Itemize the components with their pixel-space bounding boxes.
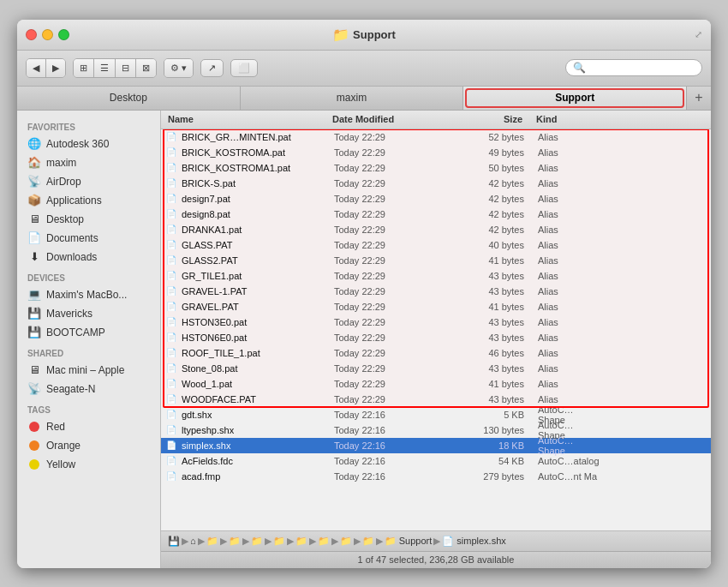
table-row[interactable]: 📄GR_TILE1.patToday 22:2943 bytesAlias — [161, 268, 711, 284]
table-row[interactable]: 📄WOODFACE.PATToday 22:2943 bytesAlias — [161, 392, 711, 407]
search-input[interactable] — [586, 62, 706, 74]
file-icon: 📄 — [164, 130, 178, 144]
sidebar-item-tag-orange[interactable]: Orange — [17, 436, 160, 455]
tab-maxim[interactable]: maxim — [241, 87, 464, 110]
search-box[interactable]: 🔍 — [565, 59, 702, 76]
sidebar-item-mac-mini[interactable]: 🖥 Mac mini – Apple — [17, 361, 160, 380]
sidebar-item-bootcamp[interactable]: 💾 BOOTCAMP — [17, 323, 160, 342]
file-date: Today 22:29 — [334, 255, 454, 266]
table-row[interactable]: 📄HSTON6E0.patToday 22:2943 bytesAlias — [161, 330, 711, 345]
file-kind: Alias — [531, 302, 600, 312]
sidebar-item-macbook[interactable]: 💻 Maxim's MacBo... — [17, 285, 160, 304]
table-row[interactable]: 📄ltypeshp.shxToday 22:16130 bytesAutoC…S… — [161, 422, 711, 438]
table-row[interactable]: 📄HSTON3E0.patToday 22:2943 bytesAlias — [161, 314, 711, 330]
file-date: Today 22:16 — [334, 456, 454, 466]
table-row[interactable]: 📄Stone_08.patToday 22:2943 bytesAlias — [161, 361, 711, 376]
table-row[interactable]: 📄simplex.shxToday 22:1618 KBAutoC…Shape — [161, 438, 711, 453]
home-icon: 🏠 — [27, 156, 41, 170]
icon-view-button[interactable]: ⊞ — [74, 59, 94, 77]
documents-icon: 📄 — [27, 231, 41, 245]
traffic-lights — [26, 29, 69, 40]
file-kind: Alias — [531, 194, 600, 204]
resize-icon[interactable]: ⤢ — [695, 29, 702, 40]
path-tabs: Desktop maxim Support + — [17, 87, 711, 111]
table-row[interactable]: 📄GLASS.PATToday 22:2940 bytesAlias — [161, 237, 711, 253]
table-row[interactable]: 📄design7.patToday 22:2942 bytesAlias — [161, 191, 711, 207]
sidebar-label: Red — [46, 421, 65, 433]
path-item-hdd: 💾 — [168, 536, 180, 547]
sidebar-item-tag-red[interactable]: Red — [17, 417, 160, 436]
file-kind: Alias — [531, 332, 600, 343]
file-size: 43 bytes — [454, 332, 531, 343]
table-row[interactable]: 📄gdt.shxToday 22:165 KBAutoC…Shape — [161, 407, 711, 422]
table-row[interactable]: 📄AcFields.fdcToday 22:1654 KBAutoC…atalo… — [161, 453, 711, 469]
tab-support[interactable]: Support — [463, 87, 687, 110]
sidebar-label: Mavericks — [46, 308, 92, 320]
sidebar-label: Maxim's MacBo... — [46, 289, 127, 301]
file-name: gdt.shx — [182, 410, 334, 420]
sidebar-item-applications[interactable]: 📦 Applications — [17, 191, 160, 210]
table-row[interactable]: 📄GRAVEL-1.PATToday 22:2943 bytesAlias — [161, 284, 711, 299]
sidebar-item-desktop[interactable]: 🖥 Desktop — [17, 210, 160, 229]
sidebar-item-maxim[interactable]: 🏠 maxim — [17, 153, 160, 172]
file-icon: 📄 — [164, 439, 178, 452]
shared-section-title: SHARED — [17, 342, 160, 361]
arrange-button[interactable]: ⚙ ▾ — [164, 59, 193, 77]
file-icon: 📄 — [164, 362, 178, 375]
sidebar-item-tag-yellow[interactable]: Yellow — [17, 455, 160, 474]
col-header-kind[interactable]: Kind — [529, 114, 598, 124]
table-row[interactable]: 📄design8.patToday 22:2942 bytesAlias — [161, 207, 711, 222]
column-view-button[interactable]: ⊟ — [116, 59, 136, 77]
sidebar-item-mavericks[interactable]: 💾 Mavericks — [17, 304, 160, 323]
table-row[interactable]: 📄DRANKA1.patToday 22:2942 bytesAlias — [161, 222, 711, 237]
file-list-wrapper: 📄BRICK_GR…MINTEN.patToday 22:2952 bytesA… — [161, 129, 711, 530]
table-row[interactable]: 📄GLASS2.PATToday 22:2941 bytesAlias — [161, 253, 711, 268]
tab-desktop[interactable]: Desktop — [17, 87, 241, 110]
file-kind: AutoC…nt Ma — [531, 471, 600, 482]
file-date: Today 22:29 — [334, 209, 454, 219]
list-view-button[interactable]: ☰ — [94, 59, 116, 77]
back-button[interactable]: ◀ — [27, 59, 46, 77]
sidebar-item-seagate[interactable]: 📡 Seagate-N — [17, 380, 160, 398]
file-name: Stone_08.pat — [182, 363, 334, 374]
file-date: Today 22:29 — [334, 379, 454, 389]
airdrop-icon: 📡 — [27, 175, 41, 189]
file-kind: Alias — [531, 163, 600, 173]
file-icon: 📄 — [164, 161, 178, 175]
maximize-button[interactable] — [58, 29, 69, 40]
file-date: Today 22:29 — [334, 194, 454, 204]
col-header-size[interactable]: Size — [452, 114, 529, 124]
col-header-name[interactable]: Name — [161, 114, 332, 124]
forward-button[interactable]: ▶ — [46, 59, 65, 77]
file-size: 130 bytes — [454, 425, 531, 435]
sidebar-item-documents[interactable]: 📄 Documents — [17, 229, 160, 248]
sidebar-item-downloads[interactable]: ⬇ Downloads — [17, 248, 160, 267]
file-kind: Alias — [531, 209, 600, 219]
table-row[interactable]: 📄BRICK_KOSTROMA1.patToday 22:2950 bytesA… — [161, 160, 711, 176]
file-date: Today 22:16 — [334, 440, 454, 451]
action-button[interactable]: ↗ — [200, 59, 224, 77]
share-button[interactable]: ⬜ — [230, 59, 258, 77]
table-row[interactable]: 📄BRICK_KOSTROMA.patToday 22:2949 bytesAl… — [161, 145, 711, 160]
path-file: 📄 simplex.shx — [442, 536, 506, 547]
sidebar-item-autodesk360[interactable]: 🌐 Autodesk 360 — [17, 135, 160, 153]
table-row[interactable]: 📄acad.fmpToday 22:16279 bytesAutoC…nt Ma — [161, 469, 711, 484]
close-button[interactable] — [26, 29, 37, 40]
table-row[interactable]: 📄BRICK_GR…MINTEN.patToday 22:2952 bytesA… — [161, 129, 711, 145]
file-date: Today 22:29 — [334, 132, 454, 142]
table-row[interactable]: 📄GRAVEL.PATToday 22:2941 bytesAlias — [161, 299, 711, 314]
cover-flow-button[interactable]: ⊠ — [136, 59, 156, 77]
file-size: 41 bytes — [454, 302, 531, 312]
arrange-button-group: ⚙ ▾ — [164, 58, 194, 78]
add-tab-button[interactable]: + — [687, 87, 711, 110]
table-row[interactable]: 📄Wood_1.patToday 22:2941 bytesAlias — [161, 376, 711, 392]
devices-section-title: DEVICES — [17, 267, 160, 285]
file-name: WOODFACE.PAT — [182, 394, 334, 404]
minimize-button[interactable] — [42, 29, 53, 40]
macbook-icon: 💻 — [27, 288, 41, 302]
sidebar-item-airdrop[interactable]: 📡 AirDrop — [17, 172, 160, 191]
table-row[interactable]: 📄ROOF_TILE_1.patToday 22:2946 bytesAlias — [161, 345, 711, 361]
nav-buttons: ◀ ▶ — [26, 58, 66, 78]
col-header-date[interactable]: Date Modified — [332, 114, 452, 124]
table-row[interactable]: 📄BRICK-S.patToday 22:2942 bytesAlias — [161, 176, 711, 191]
